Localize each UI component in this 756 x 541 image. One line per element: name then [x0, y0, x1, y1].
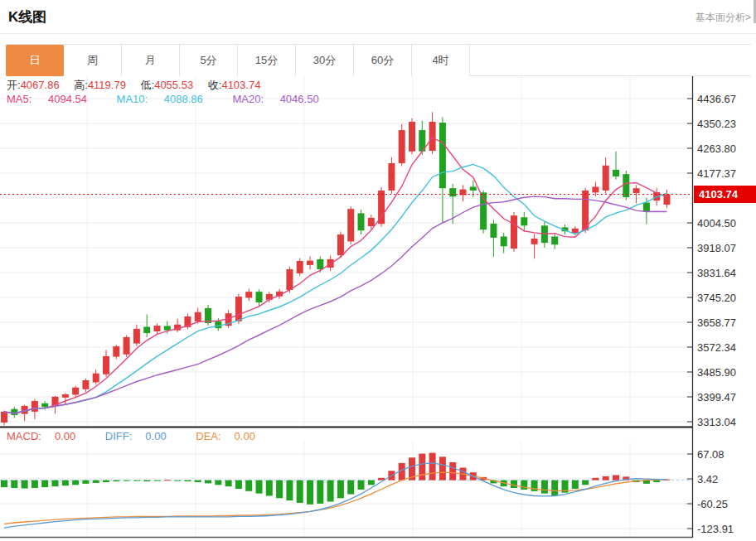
macd-hist-bar	[347, 481, 354, 495]
interval-tabbar: 日周月5分15分30分60分4时	[6, 44, 751, 76]
price-axis-label: 4263.80	[697, 142, 736, 155]
macd-hist-bar	[52, 481, 59, 487]
candle-body	[11, 409, 17, 415]
macd-hist-bar	[82, 481, 89, 484]
diff-value-readout: DIFF:0.00	[105, 430, 180, 442]
macd-hist-bar	[113, 481, 119, 481]
macd-hist-bar	[235, 481, 242, 489]
candle-body	[603, 166, 609, 191]
high-value: 4119.79	[88, 79, 126, 91]
candle-body	[572, 229, 579, 233]
macd-hist-bar	[582, 481, 589, 485]
kline-page: 4436.674350.234263.804177.374004.503918.…	[0, 0, 756, 541]
ma10-line	[4, 164, 667, 413]
current-price-badge: 4103.74	[694, 186, 756, 203]
macd-hist-bar	[337, 481, 344, 499]
price-axis-label: 3313.04	[697, 416, 736, 428]
tab-15min[interactable]: 15分	[238, 45, 296, 76]
macd-hist-bar	[11, 481, 17, 488]
macd-hist-bar	[22, 481, 28, 489]
candle-body	[449, 188, 456, 196]
tab-4hour[interactable]: 4时	[412, 45, 470, 76]
macd-hist-bar	[286, 481, 293, 501]
macd-hist-bar	[41, 481, 48, 487]
macd-hist-bar	[429, 453, 436, 481]
candle-body	[72, 388, 79, 395]
candle-body	[388, 163, 395, 191]
price-axis-label: 4436.67	[697, 93, 736, 105]
tab-5min[interactable]: 5分	[180, 45, 238, 76]
macd-axis-label: 3.42	[697, 473, 718, 485]
macd-hist-bar	[124, 481, 130, 481]
candle-body	[235, 297, 242, 321]
macd-hist-bar	[205, 481, 211, 484]
candle-body	[623, 174, 629, 197]
macd-hist-bar	[184, 481, 191, 481]
macd-hist-bar	[317, 481, 323, 504]
candle-body	[297, 261, 303, 273]
macd-hist-bar	[307, 481, 313, 505]
candle-body	[317, 259, 323, 269]
candle-body	[613, 170, 619, 176]
low-label: 低:	[141, 79, 155, 91]
price-axis-label: 3658.77	[697, 316, 736, 329]
low-value: 4055.53	[154, 79, 193, 91]
macd-hist-bar	[449, 462, 456, 481]
candle-body	[103, 356, 109, 374]
macd-hist-bar	[511, 481, 517, 488]
tab-month[interactable]: 月	[122, 45, 180, 76]
candle-body	[62, 394, 69, 398]
macd-hist-bar	[103, 481, 109, 482]
price-axis-label: 3485.90	[697, 366, 736, 379]
macd-hist-bar	[358, 481, 365, 490]
price-axis-label: 4004.50	[697, 217, 736, 229]
candle-body	[93, 374, 99, 383]
macd-readout: MACD:0.00 DIFF:0.00 DEA:0.00	[7, 430, 282, 442]
tab-week[interactable]: 周	[64, 45, 122, 76]
ma-readout: MA5: 4094.54 MA10: 4088.86 MA20: 4046.50	[7, 93, 346, 105]
candle-body	[592, 186, 598, 192]
macd-hist-bar	[225, 481, 232, 487]
candle-body	[133, 329, 140, 344]
candle-body	[521, 217, 527, 225]
tab-60min[interactable]: 60分	[354, 45, 412, 76]
candle-body	[470, 186, 477, 191]
macd-hist-bar	[93, 481, 99, 483]
candle-body	[490, 224, 497, 238]
macd-hist-bar	[613, 475, 619, 480]
candle-body	[82, 380, 89, 389]
candle-body	[113, 346, 119, 356]
price-axis-label: 3831.64	[697, 267, 736, 279]
ma20-readout: MA20: 4046.50	[232, 93, 332, 105]
price-axis-label: 3918.07	[697, 242, 736, 254]
candle-body	[368, 218, 375, 226]
candle-body	[633, 188, 640, 193]
candle-body	[511, 215, 517, 249]
macd-hist-bar	[439, 456, 446, 480]
macd-hist-bar	[62, 481, 69, 486]
macd-axis-label: -123.91	[697, 523, 734, 535]
candle-body	[245, 292, 252, 297]
macd-hist-bar	[195, 481, 201, 482]
macd-hist-bar	[603, 476, 609, 481]
candle-body	[195, 312, 201, 321]
candle-body	[124, 337, 130, 355]
candle-body	[358, 213, 365, 230]
candle-body	[32, 401, 38, 412]
candle-body	[399, 130, 405, 163]
close-label: 收:	[208, 79, 222, 91]
dea-value-readout: DEA:0.00	[196, 430, 269, 442]
ohlc-readout: 开:4067.86 高:4119.79 低:4055.53 收:4103.74	[7, 78, 272, 93]
macd-hist-bar	[541, 481, 548, 494]
open-value: 4067.86	[21, 79, 60, 91]
tab-day[interactable]: 日	[6, 45, 64, 76]
macd-axis-label: 67.08	[697, 448, 724, 461]
macd-hist-bar	[266, 481, 273, 496]
macd-hist-bar	[245, 481, 252, 491]
macd-hist-bar	[32, 481, 38, 488]
price-axis-label: 4177.37	[697, 167, 736, 180]
macd-hist-bar	[551, 481, 558, 496]
price-axis-label: 3572.34	[697, 341, 736, 354]
macd-hist-bar	[327, 481, 334, 502]
tab-30min[interactable]: 30分	[296, 45, 354, 76]
